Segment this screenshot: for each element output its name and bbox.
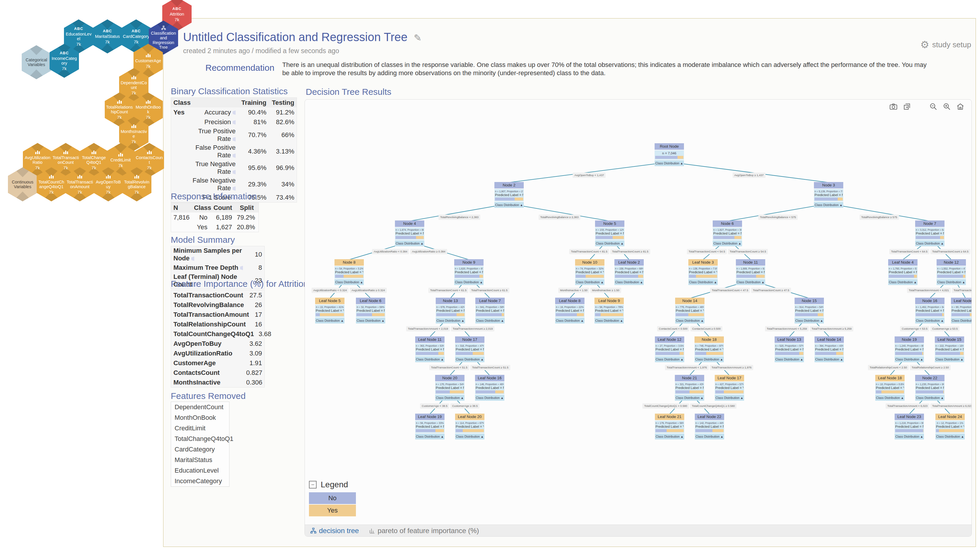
- class-distribution-toggle[interactable]: Class Distribution ▲: [715, 395, 744, 401]
- class-distribution-toggle[interactable]: Class Distribution ▲: [655, 160, 684, 166]
- tree-leaf-node[interactable]: Leaf Node 6n = 32, Proportion = 59%Predi…: [356, 298, 385, 323]
- tree-leaf-node[interactable]: Leaf Node 8n = 16, Proportion = 22%Predi…: [555, 298, 584, 323]
- tree-node[interactable]: Node 19n = 1,240, Proportion = 85%Predic…: [895, 336, 924, 362]
- tree-leaf-node[interactable]: Leaf Node 12n = 27, Proportion = 3.5%Pre…: [655, 336, 684, 362]
- class-distribution-toggle[interactable]: Class Distribution ▲: [356, 318, 385, 323]
- tree-leaf-node[interactable]: Leaf Node 11n = 363, Proportion = 53%Pre…: [415, 336, 444, 362]
- tree-leaf-node[interactable]: Leaf Node 17n = 427, Proportion = 57%Pre…: [715, 375, 744, 401]
- class-distribution-toggle[interactable]: Class Distribution ▲: [915, 240, 945, 246]
- class-distribution-toggle[interactable]: Class Distribution ▲: [614, 279, 644, 285]
- class-distribution-toggle[interactable]: Class Distribution ▲: [688, 279, 718, 285]
- tab-decision-tree[interactable]: decision tree: [310, 527, 359, 535]
- tree-node[interactable]: Node 14n = 775, Proportion = 46%Predicte…: [675, 298, 705, 323]
- tree-leaf-node[interactable]: Leaf Node 15n = 222, Proportion = 15%Pre…: [935, 336, 964, 362]
- tree-node[interactable]: Node 10n = 74, Proportion = 32%Predicted…: [575, 259, 605, 285]
- class-distribution-toggle[interactable]: Class Distribution ▲: [475, 318, 505, 323]
- tree-leaf-node[interactable]: Leaf Node 7n = 941, Proportion = 58%Pred…: [475, 298, 505, 323]
- legend-item-no[interactable]: No: [309, 492, 356, 504]
- class-distribution-toggle[interactable]: Class Distribution ▲: [555, 318, 584, 323]
- class-distribution-toggle[interactable]: Class Distribution ▲: [895, 433, 924, 440]
- legend-item-yes[interactable]: Yes: [309, 505, 356, 516]
- study-setup-button[interactable]: ⚙ study setup: [920, 39, 971, 51]
- tree-node[interactable]: Node 13n = 679, Proportion = 42%Predicte…: [436, 298, 465, 323]
- tree-leaf-node[interactable]: Leaf Node 16n = 146, Proportion = 46%Pre…: [475, 375, 504, 401]
- class-distribution-toggle[interactable]: Class Distribution ▲: [595, 240, 624, 246]
- class-distribution-toggle[interactable]: Class Distribution ▲: [315, 318, 344, 323]
- class-distribution-toggle[interactable]: Class Distribution ▲: [915, 395, 945, 401]
- tree-leaf-node[interactable]: Leaf Node 20n = 114, Proportion = 67%Pre…: [455, 414, 484, 440]
- class-distribution-toggle[interactable]: Class Distribution ▲: [935, 357, 964, 362]
- hex-Categorical-Variables[interactable]: Categorical Variables: [22, 45, 51, 79]
- class-distribution-toggle[interactable]: Class Distribution ▲: [713, 240, 742, 246]
- class-distribution-toggle[interactable]: Class Distribution ▲: [675, 395, 704, 401]
- class-distribution-toggle[interactable]: Class Distribution ▲: [736, 279, 765, 285]
- tree-leaf-node[interactable]: Leaf Node 21n = 179, Proportion = 56%Pre…: [655, 414, 684, 440]
- tree-node[interactable]: Node 8n = 54, Proportion = 3.2%Predicted…: [334, 259, 364, 285]
- class-distribution-toggle[interactable]: Class Distribution ▲: [655, 433, 684, 440]
- class-distribution-toggle[interactable]: Class Distribution ▲: [495, 202, 524, 208]
- class-distribution-toggle[interactable]: Class Distribution ▲: [415, 433, 444, 440]
- tree-node[interactable]: Node 7n = 3,312, Proportion = 64%Predict…: [915, 220, 945, 246]
- tree-node[interactable]: Node 6n = 1,827, Proportion = 36%Predict…: [713, 220, 742, 246]
- tree-leaf-node[interactable]: Leaf Node 19n = 56, Proportion = 33%Pred…: [415, 414, 444, 440]
- class-distribution-toggle[interactable]: Class Distribution ▲: [814, 202, 843, 208]
- class-distribution-toggle[interactable]: Class Distribution ▲: [395, 240, 424, 246]
- tree-node[interactable]: Node 21n = 321, Proportion = 43%Predicte…: [675, 375, 704, 401]
- tree-node[interactable]: Node 18n = 748, Proportion = 97%Predicte…: [695, 336, 724, 362]
- tree-leaf-node[interactable]: Leaf Node 13n = 520, Proportion = 57%Pre…: [775, 336, 804, 362]
- class-distribution-toggle[interactable]: Class Distribution ▲: [475, 395, 504, 401]
- class-distribution-toggle[interactable]: Class Distribution ▲: [875, 395, 905, 401]
- class-distribution-toggle[interactable]: Class Distribution ▲: [575, 279, 605, 285]
- class-distribution-toggle[interactable]: Class Distribution ▲: [895, 357, 924, 362]
- class-distribution-toggle[interactable]: Class Distribution ▲: [595, 318, 624, 323]
- class-distribution-toggle[interactable]: Class Distribution ▲: [795, 318, 824, 323]
- tree-leaf-node[interactable]: Leaf Node 24n = 12, Proportion = 1%Predi…: [935, 414, 965, 440]
- tree-leaf-node[interactable]: Leaf Node 23n = 1,218, Proportion = 99%P…: [895, 414, 924, 440]
- tree-leaf-node[interactable]: Leaf Node 22n = 142, Proportion = 44%Pre…: [695, 414, 724, 440]
- tree-node[interactable]: Node 2n = 1,907, Proportion = 27%Predict…: [495, 182, 524, 208]
- tree-leaf-node[interactable]: Leaf Node 4n = 1,760, Proportion = 53%Pr…: [888, 259, 918, 285]
- tree-leaf-node[interactable]: Leaf Node 3n = 138, Proportion = 7.6%Pre…: [688, 259, 718, 285]
- class-distribution-toggle[interactable]: Class Distribution ▲: [655, 357, 684, 362]
- tree-node[interactable]: Node 16n = 1,462, Proportion = 94%Predic…: [915, 298, 945, 323]
- class-distribution-toggle[interactable]: Class Distribution ▲: [937, 279, 966, 285]
- class-distribution-toggle[interactable]: Class Distribution ▲: [775, 357, 804, 362]
- class-distribution-toggle[interactable]: Class Distribution ▲: [935, 433, 965, 440]
- tree-leaf-node[interactable]: Leaf Node 5n = 22, Proportion = 41%Predi…: [315, 298, 344, 323]
- tree-node[interactable]: Node 22n = 1,230, Proportion = 99%Predic…: [915, 375, 945, 401]
- class-distribution-toggle[interactable]: Class Distribution ▲: [888, 279, 918, 285]
- tree-node[interactable]: Node 9n = 1,620, Proportion = 97%Predict…: [454, 259, 484, 285]
- snapshot-icon[interactable]: [889, 102, 897, 111]
- class-distribution-toggle[interactable]: Class Distribution ▲: [815, 357, 844, 362]
- tree-node[interactable]: Node 3n = 5,139, Proportion = 73%Predict…: [814, 182, 843, 208]
- zoom-out-icon[interactable]: [929, 102, 937, 111]
- tree-leaf-node[interactable]: Leaf Node 9n = 58, Proportion = 78%Predi…: [595, 298, 624, 323]
- tree-node[interactable]: Node 17n = 316, Proportion = 47%Predicte…: [455, 336, 484, 362]
- class-distribution-toggle[interactable]: Class Distribution ▲: [436, 318, 465, 323]
- class-distribution-toggle[interactable]: Class Distribution ▲: [915, 318, 945, 323]
- tab-pareto[interactable]: pareto of feature importance (%): [369, 527, 479, 535]
- tree-node[interactable]: Node 12n = 1,552, Proportion = 47%Predic…: [937, 259, 966, 285]
- class-distribution-toggle[interactable]: Class Distribution ▲: [695, 433, 724, 440]
- tree-node[interactable]: Root Noden = 7,046Class Distribution ▲: [655, 143, 684, 166]
- hex-MaritalStatus[interactable]: ABCMaritalStatus7k: [93, 19, 122, 53]
- tree-node[interactable]: Node 4n = 1,674, Proportion = 88%Predict…: [395, 220, 424, 246]
- class-distribution-toggle[interactable]: Class Distribution ▲: [454, 279, 484, 285]
- edit-title-icon[interactable]: ✎: [414, 33, 422, 43]
- class-distribution-toggle[interactable]: Class Distribution ▲: [334, 279, 364, 285]
- tree-node[interactable]: Node 11n = 1,689, Proportion = 92%Predic…: [736, 259, 765, 285]
- zoom-in-icon[interactable]: [943, 102, 951, 111]
- tree-node[interactable]: Node 20n = 170, Proportion = 54%Predicte…: [435, 375, 465, 401]
- tree-leaf-node[interactable]: Leaf Node 2n = 159, Proportion = 68%Pred…: [614, 259, 644, 285]
- tree-leaf-node[interactable]: Leaf Node 18n = 10, Proportion = 0.8%Pre…: [875, 375, 905, 401]
- class-distribution-toggle[interactable]: Class Distribution ▲: [455, 357, 484, 362]
- class-distribution-toggle[interactable]: Class Distribution ▲: [675, 318, 705, 323]
- class-distribution-toggle[interactable]: Class Distribution ▲: [415, 357, 444, 362]
- legend-collapse-button[interactable]: −: [309, 481, 317, 489]
- reset-view-home-icon[interactable]: [956, 102, 964, 111]
- class-distribution-toggle[interactable]: Class Distribution ▲: [455, 433, 484, 440]
- tree-leaf-node[interactable]: Leaf Node 14n = 394, Proportion = 43%Pre…: [815, 336, 844, 362]
- copy-chart-icon[interactable]: [903, 102, 911, 111]
- class-distribution-toggle[interactable]: Class Distribution ▲: [695, 357, 724, 362]
- class-distribution-toggle[interactable]: Class Distribution ▲: [435, 395, 465, 401]
